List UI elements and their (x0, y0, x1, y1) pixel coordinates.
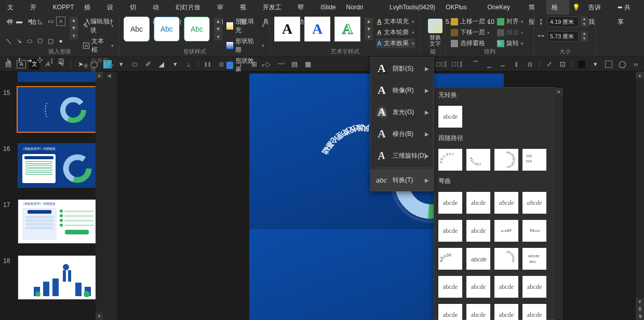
wordart-gallery[interactable]: A A A ▲▼▾ (274, 17, 373, 41)
shape-dot-icon[interactable]: ● (56, 36, 65, 46)
shape-arrow-icon[interactable]: ↘ (15, 36, 24, 46)
warp-5[interactable]: abcde (438, 220, 462, 242)
wordart-preset-3[interactable]: A (334, 17, 360, 41)
menu-shadow[interactable]: A阴影(S)▶ (371, 58, 433, 79)
warp-6[interactable]: abcde (466, 220, 490, 242)
transform-path-1[interactable]: a b c d e f (438, 149, 462, 171)
text-fill-button[interactable]: A文本填充▾ (376, 17, 415, 26)
align-button[interactable]: 对齐 ▾ (496, 17, 525, 26)
tb-more-icon[interactable]: ›› (630, 59, 641, 69)
tb-align-c-icon[interactable]: □⎸□ (444, 59, 454, 69)
share-button[interactable]: ➦ 共享 (612, 0, 642, 15)
warp-12[interactable]: abcdeabc (522, 248, 546, 270)
transform-path-2[interactable]: a b c d e f (466, 149, 490, 171)
menu-3drotation[interactable]: A三维旋转(D)▶ (371, 145, 433, 166)
menu-transform[interactable]: ab͏c转换(T)▶ (371, 169, 433, 191)
menu-help[interactable]: 帮助 (292, 0, 315, 15)
warp-11[interactable]: abcdefgh (494, 248, 518, 270)
warp-15[interactable]: abcde (494, 276, 518, 298)
scroll-down-icon[interactable]: ▼ (636, 298, 644, 305)
gallery-scrollbar[interactable]: ▲ (555, 88, 563, 319)
warp-13[interactable]: abcde (438, 276, 462, 298)
shape-conn2-icon[interactable]: ⤴ (15, 56, 24, 65)
menu-okplus[interactable]: OKPlus 5.7 (440, 0, 482, 15)
tb-flip-icon[interactable]: ⤢ (544, 59, 554, 69)
thumbs-scroll-up[interactable]: ▲ (96, 72, 103, 79)
text-effects-button[interactable]: A文本效果▾ (376, 38, 415, 48)
tb-circ-icon[interactable]: ◯ (617, 59, 627, 69)
tb-layers-icon[interactable]: ▤ (289, 59, 300, 69)
shape-rrect-icon[interactable]: ▢ (46, 36, 55, 46)
warp-3[interactable]: abcde (494, 192, 518, 214)
shapes-gallery[interactable]: ▭▬✕◺▭A ＼↘⬭⬡▢● ↳⤴➔⯎｛◳ (4, 17, 65, 75)
prev-slide-icon[interactable]: ⯭ (636, 305, 644, 313)
gal-scroll-up[interactable]: ▲ (555, 88, 563, 95)
shape-fill-button[interactable]: 形状填充▾ (225, 17, 265, 35)
shape-rect2-icon[interactable]: ▭ (46, 17, 55, 26)
tell-me[interactable]: 告诉我 (583, 0, 612, 15)
thumbs-scroll-down[interactable]: ▼ (96, 313, 103, 320)
bring-forward-button[interactable]: 上移一层 ▾ (450, 17, 491, 26)
menu-design[interactable]: 设计 (102, 0, 125, 15)
menu-insert[interactable]: 插入 (79, 0, 102, 15)
menu-onekey[interactable]: OneKey 10 (482, 0, 524, 15)
transform-path-3[interactable]: abcdefghijklmn (494, 149, 518, 171)
menu-home[interactable]: 开始 (25, 0, 48, 15)
wordart-preset-1[interactable]: A (274, 17, 300, 41)
warp-8[interactable]: ᗺᔕ (522, 220, 546, 242)
selection-pane-button[interactable]: 选择窗格 (450, 38, 491, 48)
shape-oval-icon[interactable]: ⬭ (25, 36, 34, 46)
warp-10[interactable]: a⁠bcd⁠e (466, 248, 490, 270)
thumb-17[interactable]: 《风险投资学》内容框架 (18, 199, 97, 244)
canvas-scrollbar[interactable]: ▲ ▼ ⯭ ⯯ (636, 72, 644, 320)
edit-shape-button[interactable]: ✎编辑形状 ▾ (82, 17, 115, 35)
menu-view[interactable]: 视图 (235, 0, 258, 15)
shape-diag-icon[interactable]: ✕ (25, 17, 34, 26)
collapse-tri-icon[interactable]: ◀ (107, 73, 111, 78)
width-spinner[interactable]: ▲▼ (581, 31, 588, 41)
warp-1[interactable]: abcde (438, 192, 462, 214)
selected-arc-text[interactable]: 风险投资理论基础 (321, 123, 370, 156)
shape-text-icon[interactable]: ▭ (4, 17, 14, 26)
tb-align-b-icon[interactable]: ⎽ (498, 59, 508, 69)
tb-wave-icon[interactable]: 〰 (276, 59, 286, 69)
warp-9[interactable]: abcde (438, 248, 462, 270)
tb-align-t-icon[interactable]: ⎺ (471, 59, 481, 69)
tb-disth-icon[interactable]: ⫿ (511, 59, 521, 69)
tb-caret3-icon[interactable]: ▾ (590, 59, 600, 69)
tb-align-r-icon[interactable]: □⎸ (457, 59, 467, 69)
thumb-15[interactable] (18, 87, 97, 132)
thumbs-scrollbar[interactable]: ▲ ▼ (96, 72, 103, 320)
menu-file[interactable]: 文件 (2, 0, 25, 15)
shape-style-scroll[interactable]: ▲▼▾ (214, 18, 222, 40)
shape-rect-icon[interactable]: ▬ (15, 17, 24, 26)
menu-brief[interactable]: 简报 (524, 0, 546, 15)
shape-star-icon[interactable]: ⯎ (35, 56, 45, 65)
thumb-16[interactable]: 《风险投资学》内容框架 (18, 143, 97, 188)
shape-a-icon[interactable]: A (56, 17, 65, 26)
tb-crop-icon[interactable]: ⊡ (557, 59, 568, 69)
menu-format[interactable]: 格式 (546, 0, 569, 15)
wordart-preset-2[interactable]: A (304, 17, 330, 41)
menu-glow[interactable]: A发光(G)▶ (371, 101, 433, 123)
menu-devtools[interactable]: 开发工具 (258, 0, 293, 15)
menu-lvyh[interactable]: LvyhTools(0429) (384, 0, 440, 15)
warp-4[interactable]: abcde (522, 192, 546, 214)
menu-islide[interactable]: iSlide (315, 0, 341, 15)
menu-transition[interactable]: 切换 (125, 0, 147, 15)
menu-reflection[interactable]: A映像(R)▶ (371, 79, 433, 101)
transform-path-4[interactable]: Ghibcd (522, 149, 546, 171)
warp-20[interactable]: abcde (522, 304, 546, 320)
shape-style-gallery[interactable]: Abc Abc Abc ▲▼▾ (124, 17, 222, 41)
shape-conn1-icon[interactable]: ↳ (4, 56, 14, 65)
tb-grid-icon[interactable]: ▦ (303, 59, 313, 69)
menu-review[interactable]: 审阅 (212, 0, 235, 15)
transform-none[interactable]: abcde (438, 106, 462, 128)
menu-nordri[interactable]: Nordri Tools (341, 0, 385, 15)
warp-7[interactable]: ᔕᗷ (494, 220, 518, 242)
warp-17[interactable]: abcde (438, 304, 462, 320)
warp-14[interactable]: abcde (466, 276, 490, 298)
shape-brace-icon[interactable]: ｛ (46, 56, 55, 65)
shape-arrowr-icon[interactable]: ➔ (25, 56, 34, 65)
shapes-scroll[interactable]: ▲▼▾ (70, 17, 78, 75)
